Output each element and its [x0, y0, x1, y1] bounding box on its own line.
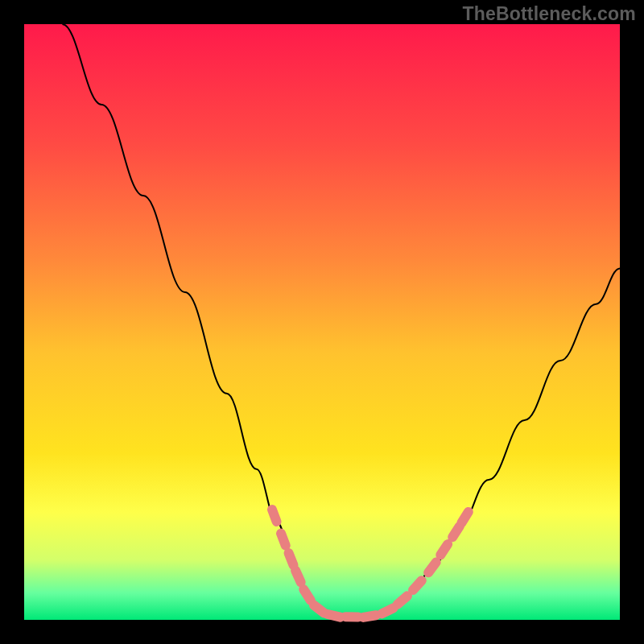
highlight-dash — [295, 571, 301, 583]
highlight-dash — [314, 605, 324, 613]
watermark-text: TheBottleneck.com — [462, 3, 636, 25]
highlight-dash — [272, 510, 277, 522]
highlight-dash — [461, 512, 468, 523]
highlight-dash — [452, 526, 460, 537]
highlight-dash — [363, 615, 376, 617]
highlight-dash — [289, 553, 294, 565]
highlight-dash — [281, 534, 286, 546]
highlight-dash — [328, 614, 341, 617]
highlight-dash — [413, 580, 422, 590]
chart-frame: TheBottleneck.com — [0, 0, 644, 644]
bottleneck-chart — [0, 0, 644, 644]
highlight-dash — [382, 608, 393, 613]
highlight-dash — [303, 589, 311, 601]
highlight-dash — [428, 562, 436, 572]
highlight-dash — [398, 596, 407, 604]
highlight-dash — [440, 544, 448, 555]
plot-background — [24, 24, 620, 620]
